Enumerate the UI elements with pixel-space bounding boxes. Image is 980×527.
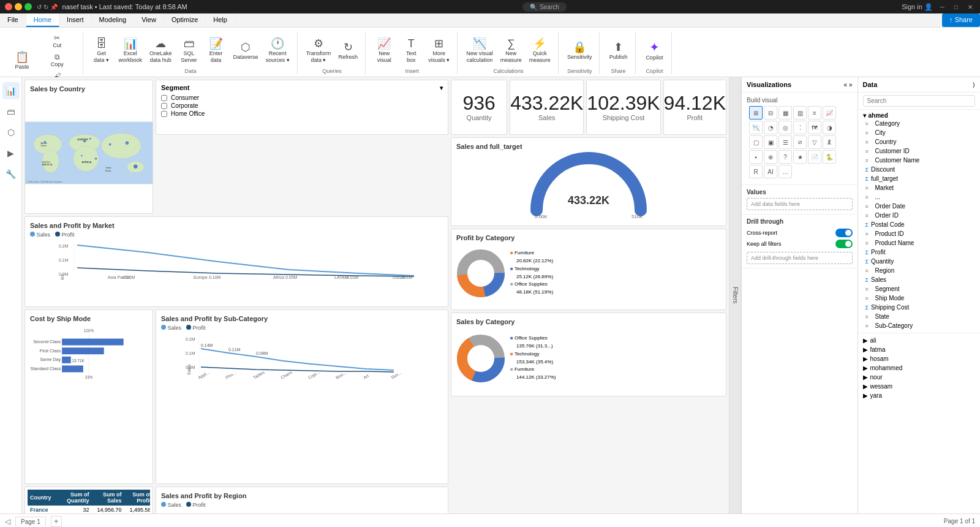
viz-kpi[interactable]: ▣: [764, 135, 777, 149]
cut-btn[interactable]: ✂Cut: [37, 32, 78, 50]
viz-area[interactable]: 📉: [749, 121, 763, 134]
viz-smart[interactable]: ★: [793, 150, 807, 164]
new-measure-btn[interactable]: ∑Newmeasure: [498, 36, 524, 65]
filter-corporate[interactable]: Corporate: [161, 102, 443, 110]
textbox-btn[interactable]: TTextbox: [399, 36, 423, 65]
field-item-customer-id[interactable]: ≡Customer ID: [863, 146, 975, 156]
viz-r[interactable]: R: [749, 165, 763, 178]
add-drill-drop[interactable]: Add drill-through fields here: [747, 252, 853, 264]
tab-optimize[interactable]: Optimize: [164, 13, 206, 27]
field-item-sales[interactable]: ΣSales: [863, 275, 975, 284]
quick-measure-btn[interactable]: ⚡Quickmeasure: [527, 36, 553, 65]
data-search-input[interactable]: [863, 95, 975, 107]
field-item-postal-code[interactable]: ΣPostal Code: [863, 220, 975, 229]
viz-gauge[interactable]: ◑: [823, 121, 836, 134]
dataverse-btn[interactable]: ⬡Dataverse: [231, 39, 261, 62]
share-button[interactable]: ↑ Share: [942, 13, 980, 27]
viz-funnel[interactable]: ▽: [808, 135, 821, 149]
viz-qna[interactable]: ?: [778, 150, 792, 164]
paste-btn[interactable]: 📋Paste: [10, 49, 34, 72]
get-data-btn[interactable]: 🗄Getdata ▾: [89, 36, 114, 65]
group-item-fatma[interactable]: ▶fatma: [863, 345, 975, 354]
viz-slicer[interactable]: ☰: [778, 135, 792, 149]
filter-consumer[interactable]: Consumer: [161, 94, 443, 102]
field-item-full-target[interactable]: Σfull_target: [863, 174, 975, 183]
viz-scatter[interactable]: ⁚: [793, 121, 807, 134]
field-item-order-date[interactable]: ≡Order Date: [863, 202, 975, 211]
viz-panel-toggle[interactable]: « »: [844, 82, 853, 88]
field-item-region[interactable]: ≡Region: [863, 266, 975, 275]
field-item-market[interactable]: ≡Market: [863, 183, 975, 192]
more-visuals-btn[interactable]: ⊞Morevisuals ▾: [426, 36, 452, 65]
group-item-mohammed[interactable]: ▶mohammed: [863, 363, 975, 373]
tab-modeling[interactable]: Modeling: [92, 13, 135, 27]
field-item-category[interactable]: ≡Category: [863, 119, 975, 128]
sidebar-dax-icon[interactable]: ▶: [2, 145, 20, 162]
sensitivity-btn[interactable]: 🔒Sensitivity: [565, 39, 595, 62]
field-item----[interactable]: ≡...: [863, 192, 975, 202]
field-item-shipping-cost[interactable]: ΣShipping Cost: [863, 303, 975, 312]
onelake-btn[interactable]: ☁OneLakedata hub: [147, 36, 175, 65]
viz-paginated[interactable]: 📄: [808, 150, 821, 164]
window-buttons[interactable]: Sign in 👤 ─ □ ✕: [902, 3, 975, 11]
viz-donut[interactable]: ◎: [778, 121, 792, 134]
field-item-quantity[interactable]: ΣQuantity: [863, 257, 975, 266]
enter-data-btn[interactable]: 📝Enterdata: [204, 36, 228, 65]
close-btn[interactable]: ✕: [965, 4, 975, 10]
minimize-btn[interactable]: ─: [938, 4, 947, 10]
excel-btn[interactable]: 📊Excelworkbook: [116, 36, 145, 65]
copilot-btn[interactable]: ✦Copilot: [642, 39, 666, 63]
sidebar-data-icon[interactable]: 🗃: [2, 103, 20, 120]
viz-decomp[interactable]: ⊕: [764, 150, 777, 164]
viz-more[interactable]: …: [778, 165, 792, 178]
viz-bar[interactable]: ▦: [778, 106, 792, 119]
viz-clustered-bar[interactable]: ≡: [808, 106, 821, 119]
field-item-profit[interactable]: ΣProfit: [863, 248, 975, 257]
filter-dropdown[interactable]: ▾: [440, 85, 443, 91]
group-item-hosam[interactable]: ▶hosam: [863, 354, 975, 363]
add-page-btn[interactable]: +: [51, 516, 62, 527]
tab-file[interactable]: File: [0, 13, 26, 27]
viz-ribbon[interactable]: 🎗: [823, 135, 836, 149]
tab-insert[interactable]: Insert: [59, 13, 92, 27]
transform-btn[interactable]: ⚙Transformdata ▾: [304, 36, 334, 65]
tab-home[interactable]: Home: [26, 13, 59, 27]
keep-filters-switch[interactable]: [835, 240, 853, 248]
maximize-icon[interactable]: [24, 3, 32, 10]
sidebar-format-icon[interactable]: 🔧: [2, 165, 20, 183]
field-item-city[interactable]: ≡City: [863, 128, 975, 137]
new-visual-btn[interactable]: 📈Newvisual: [372, 36, 396, 65]
filter-home-office[interactable]: Home Office: [161, 110, 443, 118]
viz-matrix[interactable]: ⊟: [764, 106, 777, 119]
window-controls[interactable]: [5, 3, 32, 10]
viz-waterfall[interactable]: ⧄: [793, 135, 807, 149]
close-icon[interactable]: [5, 3, 12, 10]
viz-pie[interactable]: ◔: [764, 121, 777, 134]
group-item-ali[interactable]: ▶ali: [863, 336, 975, 345]
field-item-discount[interactable]: ΣDiscount: [863, 165, 975, 174]
viz-python[interactable]: 🐍: [823, 150, 836, 164]
group-item-wessam[interactable]: ▶wessam: [863, 382, 975, 391]
viz-treemap[interactable]: ▪: [749, 150, 763, 164]
field-item-country[interactable]: ≡Country: [863, 137, 975, 146]
user-expand[interactable]: ▾ahmed: [863, 112, 975, 119]
field-item-order-id[interactable]: ≡Order ID: [863, 211, 975, 220]
group-item-nour[interactable]: ▶nour: [863, 373, 975, 382]
data-panel-expand[interactable]: ⟩: [973, 82, 975, 88]
viz-stacked-bar[interactable]: ▥: [793, 106, 807, 119]
group-item-yara[interactable]: ▶yara: [863, 391, 975, 400]
field-item-state[interactable]: ≡State: [863, 312, 975, 321]
copy-btn[interactable]: ⧉Copy: [37, 51, 78, 69]
viz-card[interactable]: ▢: [749, 135, 763, 149]
field-item-segment[interactable]: ≡Segment: [863, 284, 975, 294]
sidebar-report-icon[interactable]: 📊: [2, 82, 20, 99]
sql-btn[interactable]: 🗃SQLServer: [177, 36, 202, 65]
field-item-ship-mode[interactable]: ≡Ship Mode: [863, 294, 975, 303]
viz-ai[interactable]: AI: [764, 165, 777, 178]
viz-map[interactable]: 🗺: [808, 121, 821, 134]
tab-view[interactable]: View: [134, 13, 164, 27]
new-visual-calc-btn[interactable]: 📉New visualcalculation: [464, 36, 496, 65]
page-1-tab[interactable]: Page 1: [15, 517, 46, 526]
viz-table[interactable]: ⊞: [749, 106, 763, 119]
recent-sources-btn[interactable]: 🕐Recentsources ▾: [263, 36, 292, 65]
